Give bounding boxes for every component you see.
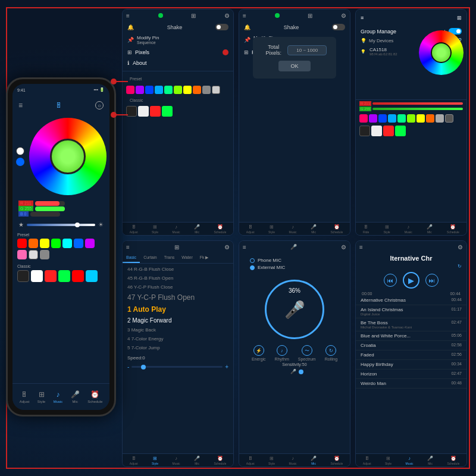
ss2-nav-mic[interactable]: 🎤Mic [311,224,317,234]
ss5-nav-style[interactable]: ⊞Style [268,456,275,465]
song-island-christmas[interactable]: An Island ChristmasDigital Juice 01:17 [356,305,466,318]
ok-button[interactable]: OK [278,61,310,71]
play-button[interactable]: ▶ [403,272,419,289]
user-icon[interactable]: ○ [95,101,104,109]
ss1-nav-schedule[interactable]: ⏰Schedule [214,224,226,234]
brightness-slider[interactable] [27,224,95,226]
item-1-auto[interactable]: 1 Auto Play [123,303,233,315]
ss5-nav-schedule[interactable]: ⏰Schedule [330,456,343,465]
ss3-nav-mic[interactable]: 🎤Mic [427,224,433,234]
ss1-nav-music[interactable]: ♪Music [173,224,180,234]
about-row[interactable]: ℹ About [123,58,233,68]
tab-basic[interactable]: Basic [123,253,140,263]
pixels-input[interactable]: 10 ~ 1000 [287,45,327,55]
ss1-nav-mic[interactable]: 🎤Mic [194,224,200,234]
nav-schedule[interactable]: ⏰ Schedule [87,390,102,403]
sensitivity-slider-container[interactable]: 🎤 [286,368,303,375]
ss3-nav-schedule[interactable]: ⏰Schedule [447,224,459,234]
song-weirdo-man[interactable]: Weirdo Man 00:48 [356,379,466,389]
ss2-nav-schedule[interactable]: ⏰Schedule [330,224,343,234]
repeat-icon[interactable]: ↻ [356,264,466,269]
total-pixels-dialog[interactable]: Total Pixels: 10 ~ 1000 OK [253,37,336,79]
ss3-nav-adjust[interactable]: 🎚Ride [363,224,369,234]
ss5-nav-adjust[interactable]: 🎚Adjust [246,456,255,465]
rhythm-control[interactable]: ♪ Rhythm [275,345,289,361]
ss4-nav-style[interactable]: ⊞Style [152,456,158,465]
classic-colors[interactable] [17,270,105,282]
ss2-nav-style[interactable]: ⊞Style [268,224,275,234]
item-45[interactable]: 45 R-G-B Flush Open [123,274,233,283]
spectrum-control[interactable]: 〜 Spectrum [298,345,316,361]
tune-icon[interactable]: 🎚 [55,101,62,109]
ss2-shake-row[interactable]: 🔔 Shake [239,21,350,33]
modify-pin-row[interactable]: 📌 Modify Pin Sequence [123,33,233,47]
song-horizon[interactable]: Horizon 02:47 [356,369,466,379]
external-mic-radio[interactable] [250,265,255,270]
song-be-the-boss[interactable]: Be The BossMichal Dvoraske & Tsamac-Kani… [356,318,466,331]
speed-minus-btn[interactable]: - [127,364,129,370]
shake-toggle[interactable] [215,24,228,30]
nav-music[interactable]: ♪ Music [54,390,63,403]
item-46[interactable]: 46 Y-C-P Flush Close [123,283,233,292]
ss6-nav-style[interactable]: ⊞Style [385,456,392,465]
item-44[interactable]: 44 R-G-B Flush Close [123,265,233,274]
color-wheel-area[interactable] [12,115,109,198]
ss3-nav-music[interactable]: ♪Music [405,224,412,234]
nav-style[interactable]: ⊞ Style [37,390,45,403]
nav-adjust[interactable]: 🎚 Adjust [20,390,30,403]
phone-mic-option[interactable]: Phone MIC [250,258,339,263]
song-happy-birthday[interactable]: Happy Birthday 00:34 [356,360,466,369]
ss2-shake-toggle[interactable] [332,24,345,30]
song-faded[interactable]: Faded 02:56 [356,350,466,360]
ss1-preset-dots[interactable] [123,84,233,96]
ss3-classic-dots[interactable] [356,124,466,137]
ss3-color-wheel[interactable] [419,30,464,75]
item-3-magic[interactable]: 3 Magic Back [123,325,233,334]
speed-slider[interactable] [131,366,223,368]
ss1-classic-dots[interactable]: Classic [123,96,233,105]
item-4-energy[interactable]: 4 7-Color Energy [123,334,233,343]
ss3-preset-dots[interactable] [356,112,466,124]
item-5-jump[interactable]: 5 7-Color Jump [123,343,233,352]
ss5-nav-mic[interactable]: 🎤Mic [311,456,317,465]
phone-mic-radio[interactable] [250,258,255,263]
rolling-control[interactable]: ↻ Rolling [325,345,337,361]
preset-colors[interactable] [17,239,105,259]
ss4-nav-music[interactable]: ♪Music [173,456,180,465]
ss3-nav-style[interactable]: ⊞Style [383,224,390,234]
ss5-nav-music[interactable]: ♪Music [289,456,297,465]
nav-mic[interactable]: 🎤 Mic [71,390,80,403]
ss2-nav-adjust[interactable]: 🎚Adjust [246,224,255,234]
pixels-row[interactable]: ⊞ Pixels [123,47,233,58]
item-2-magic[interactable]: 2 Magic Forward [123,315,233,325]
ss2-nav-music[interactable]: ♪Music [289,224,297,234]
ss4-nav-schedule[interactable]: ⏰Schedule [214,456,226,465]
tab-trans[interactable]: Trans [161,253,178,263]
tab-fk[interactable]: Fk ▶ [196,253,212,263]
tab-water[interactable]: Water [178,253,196,263]
ss6-nav-mic[interactable]: 🎤Mic [427,456,433,465]
song-croatia[interactable]: Croatia 02:58 [356,341,466,350]
item-47[interactable]: 47 Y-C-P Flush Open [123,292,233,303]
ss6-nav-schedule[interactable]: ⏰Schedule [447,456,459,465]
ss6-nav-music[interactable]: ♪Music [406,456,414,465]
song-blue-white[interactable]: Blue and White Porce... 05:06 [356,331,466,341]
song-alternative-christmas[interactable]: Alternative Christmas 00:44 [356,296,466,305]
brightness-row[interactable]: ★ ☀ [12,219,109,230]
ss4-nav-adjust[interactable]: 🎚Adjust [130,456,138,465]
ss4-nav-mic[interactable]: 🎤Mic [194,456,200,465]
ss1-nav-style[interactable]: ⊞Style [152,224,158,234]
speed-slider-container[interactable]: - + [123,362,233,371]
external-mic-option[interactable]: External MIC [250,265,339,270]
energic-control[interactable]: ⚡ Energic [252,345,266,361]
ss1-classic-color-row[interactable] [123,105,233,118]
ss1-nav-adjust[interactable]: 🎚Adjust [130,224,138,234]
prev-button[interactable]: ⏮ [384,274,397,287]
tab-curtain[interactable]: Curtain [140,253,161,263]
ss6-nav-adjust[interactable]: 🎚Adjust [363,456,371,465]
hamburger-icon[interactable]: ≡ [18,101,23,109]
next-button[interactable]: ⏭ [425,274,439,287]
color-wheel[interactable] [29,118,107,195]
shake-row[interactable]: 🔔 Shake [123,21,233,33]
mic-circle[interactable]: 36% 🎤 [265,280,324,339]
